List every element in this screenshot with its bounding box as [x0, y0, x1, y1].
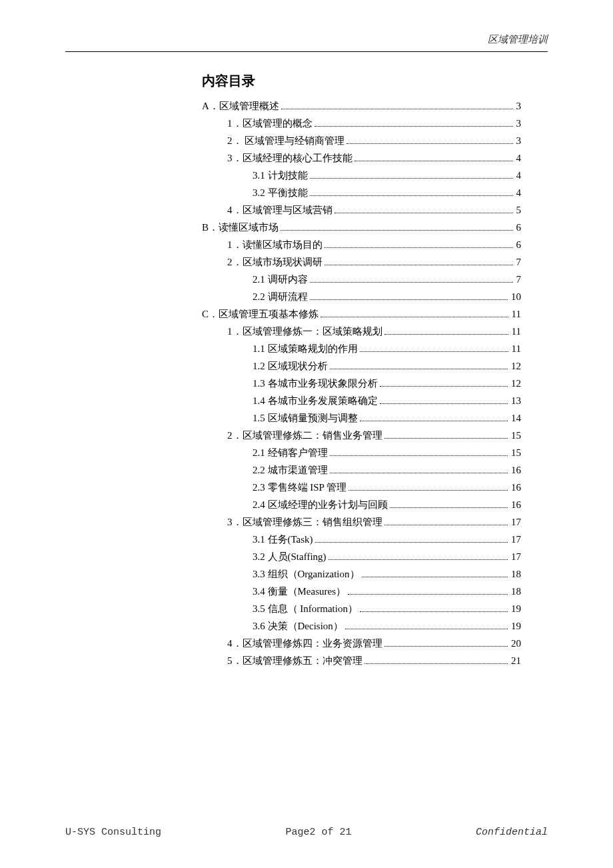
toc-entry-page: 20 — [510, 635, 521, 651]
toc-entry-label: 1.3 各城市业务现状象限分析 — [253, 375, 378, 391]
toc-entry-page: 11 — [510, 323, 521, 339]
toc-entry: 3.1 任务(Task)17 — [202, 531, 521, 547]
toc-entry-page: 15 — [510, 445, 521, 461]
toc-entry-page: 4 — [515, 167, 522, 183]
toc-entry-label: B．读懂区域市场 — [202, 219, 279, 235]
toc-leader-dots — [360, 351, 508, 352]
toc-entry-page: 19 — [510, 601, 521, 617]
toc-entry-label: 3.5 信息（ Information） — [253, 601, 358, 617]
toc-entry: 2.4 区域经理的业务计划与回顾16 — [202, 497, 521, 513]
toc-entry-label: 2． 区域管理与经销商管理 — [227, 133, 344, 149]
toc-leader-dots — [360, 611, 508, 612]
toc-leader-dots — [334, 213, 513, 213]
toc-entry: 1.2 区域现状分析12 — [202, 358, 521, 374]
toc-entry: 3．区域经理的核心工作技能4 — [202, 150, 521, 166]
toc-entry-label: 4．区域管理修炼四：业务资源管理 — [227, 635, 382, 651]
toc-leader-dots — [310, 299, 508, 300]
toc-entry-label: 4．区域管理与区域营销 — [227, 202, 332, 218]
toc-entry-label: 3．区域管理修炼三：销售组织管理 — [227, 514, 382, 530]
toc-leader-dots — [380, 403, 508, 404]
toc-entry-label: 3.1 任务(Task) — [253, 531, 313, 547]
toc-leader-dots — [364, 663, 508, 664]
header-right-text: 区域管理培训 — [65, 33, 548, 52]
toc-entry-label: A．区域管理概述 — [202, 98, 279, 114]
toc-leader-dots — [320, 317, 508, 317]
toc-content: 内容目录 A．区域管理概述31．区域管理的概念32． 区域管理与经销商管理33．… — [65, 72, 548, 669]
toc-entry-label: 1.1 区域策略规划的作用 — [253, 341, 358, 357]
toc-entry-page: 19 — [510, 618, 521, 634]
toc-entry-label: 2.3 零售终端 ISP 管理 — [253, 479, 346, 495]
toc-entry-label: 1．区域管理修炼一：区域策略规划 — [227, 323, 382, 339]
toc-entry-page: 11 — [510, 341, 521, 357]
toc-leader-dots — [346, 143, 512, 144]
toc-entry-page: 17 — [510, 514, 521, 530]
toc-entry-page: 16 — [510, 479, 521, 495]
toc-leader-dots — [310, 178, 513, 179]
toc-entry: 2．区域管理修炼二：销售业务管理15 — [202, 427, 521, 443]
toc-entry-label: 2.1 经销客户管理 — [253, 445, 328, 461]
toc-entry-label: 2.2 调研流程 — [253, 289, 308, 305]
toc-leader-dots — [384, 525, 508, 525]
toc-leader-dots — [345, 629, 508, 629]
toc-entry-page: 12 — [510, 358, 521, 374]
toc-entry: 4．区域管理与区域营销5 — [202, 202, 521, 218]
toc-entry: 1.5 区域销量预测与调整14 — [202, 410, 521, 426]
toc-entry: 2.2 调研流程10 — [202, 289, 521, 305]
toc-entry-page: 10 — [510, 289, 521, 305]
toc-entry: 2．区域市场现状调研7 — [202, 254, 521, 270]
toc-entry-label: 2．区域市场现状调研 — [227, 254, 322, 270]
toc-entry: 2.1 调研内容7 — [202, 271, 521, 287]
toc-entry-page: 12 — [510, 375, 521, 391]
toc-entry-label: 3.1 计划技能 — [253, 167, 308, 183]
toc-entry-page: 15 — [510, 427, 521, 443]
toc-entry-label: 2．区域管理修炼二：销售业务管理 — [227, 427, 382, 443]
toc-leader-dots — [310, 282, 513, 283]
toc-leader-dots — [384, 438, 508, 439]
toc-entry-label: 3.6 决策（Decision） — [253, 618, 343, 634]
page-footer: U-SYS Consulting Page2 of 21 Confidentia… — [65, 827, 548, 838]
toc-entry: 3.3 组织（Organization）18 — [202, 566, 521, 582]
toc-leader-dots — [315, 542, 508, 543]
toc-entry-label: 3.2 平衡技能 — [253, 185, 308, 201]
toc-entry: 3.2 人员(Staffing)17 — [202, 549, 521, 565]
toc-entry-page: 5 — [515, 202, 522, 218]
toc-entry-page: 18 — [510, 583, 521, 599]
toc-entry-label: 1.4 各城市业务发展策略确定 — [253, 393, 378, 409]
toc-entry: 2.1 经销客户管理15 — [202, 445, 521, 461]
toc-leader-dots — [330, 455, 508, 456]
toc-leader-dots — [310, 195, 513, 196]
toc-entry: 2.2 城市渠道管理16 — [202, 462, 521, 478]
toc-entry: 1.1 区域策略规划的作用11 — [202, 341, 521, 357]
toc-entry: 1.4 各城市业务发展策略确定13 — [202, 393, 521, 409]
toc-entry-label: 1．区域管理的概念 — [227, 115, 312, 131]
toc-leader-dots — [328, 559, 508, 560]
toc-leader-dots — [384, 334, 508, 335]
toc-entry-page: 11 — [510, 306, 521, 322]
toc-entry-label: 1.2 区域现状分析 — [253, 358, 328, 374]
toc-leader-dots — [384, 646, 508, 647]
toc-leader-dots — [281, 109, 513, 109]
toc-leader-dots — [330, 369, 508, 369]
toc-entry-label: 3.4 衡量（Measures） — [253, 583, 346, 599]
toc-entry-label: 3.3 组织（Organization） — [253, 566, 360, 582]
toc-leader-dots — [348, 594, 508, 595]
footer-center: Page2 of 21 — [285, 827, 351, 838]
toc-leader-dots — [324, 265, 513, 265]
toc-entry-page: 3 — [515, 133, 522, 149]
toc-entry-page: 3 — [515, 98, 522, 114]
toc-leader-dots — [281, 230, 512, 231]
toc-entry-page: 7 — [515, 254, 522, 270]
toc-entry-page: 16 — [510, 462, 521, 478]
toc-leader-dots — [362, 577, 508, 577]
toc-entry: 1．区域管理修炼一：区域策略规划11 — [202, 323, 521, 339]
toc-entry-label: 3．区域经理的核心工作技能 — [227, 150, 352, 166]
toc-list: A．区域管理概述31．区域管理的概念32． 区域管理与经销商管理33．区域经理的… — [202, 98, 521, 669]
toc-leader-dots — [380, 386, 508, 387]
toc-entry-page: 17 — [510, 549, 521, 565]
toc-entry-label: 1．读懂区域市场目的 — [227, 237, 322, 253]
toc-entry-label: 2.2 城市渠道管理 — [253, 462, 328, 478]
toc-entry: B．读懂区域市场6 — [202, 219, 521, 235]
toc-leader-dots — [354, 161, 513, 161]
toc-entry-label: C．区域管理五项基本修炼 — [202, 306, 318, 322]
toc-entry-page: 14 — [510, 410, 521, 426]
